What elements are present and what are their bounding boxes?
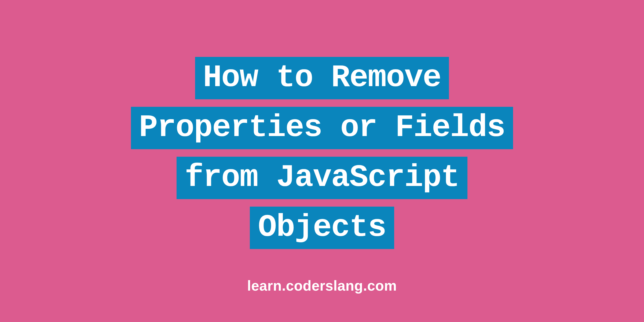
title-line-3: from JavaScript (177, 157, 467, 199)
title-line-2: Properties or Fields (131, 107, 513, 149)
title-line-1: How to Remove (195, 57, 449, 99)
website-url: learn.coderslang.com (247, 277, 397, 294)
article-title: How to Remove Properties or Fields from … (131, 57, 513, 249)
title-line-4: Objects (250, 207, 394, 249)
